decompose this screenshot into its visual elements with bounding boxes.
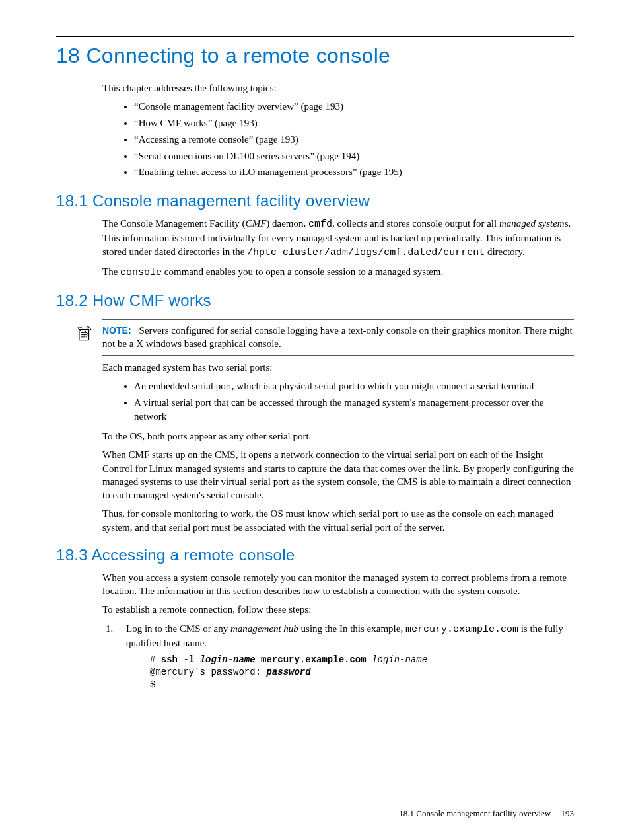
toc-item[interactable]: “How CMF works” (page 193) bbox=[134, 116, 574, 131]
top-rule bbox=[56, 36, 574, 37]
steps-list: Log in to the CMS or any management hub … bbox=[116, 622, 574, 691]
toc-item[interactable]: “Console management facility overview” (… bbox=[134, 100, 574, 114]
section-heading-18-3: 18.3 Accessing a remote console bbox=[56, 546, 574, 564]
note-icon bbox=[76, 324, 102, 342]
toc-item[interactable]: “Serial connections on DL100 series serv… bbox=[134, 149, 574, 164]
page-footer: 18.1 Console management facility overvie… bbox=[399, 808, 574, 819]
note-block: NOTE:Servers configured for serial conso… bbox=[102, 319, 574, 356]
s3-paragraph-2: To establish a remote connection, follow… bbox=[102, 603, 574, 616]
list-item: An embedded serial port, which is a phys… bbox=[134, 379, 574, 394]
intro-text: This chapter addresses the following top… bbox=[102, 81, 574, 95]
note-text: Servers configured for serial console lo… bbox=[102, 325, 573, 349]
toc-list: “Console management facility overview” (… bbox=[134, 100, 574, 180]
s3-paragraph-1: When you access a system console remotel… bbox=[102, 571, 574, 598]
toc-item[interactable]: “Enabling telnet access to iLO managemen… bbox=[134, 165, 574, 180]
note-rule-top bbox=[102, 319, 574, 320]
s2-paragraph-2: To the OS, both ports appear as any othe… bbox=[102, 430, 574, 443]
s1-paragraph-1: The Console Management Facility (CMF) da… bbox=[102, 217, 574, 260]
s2-paragraph-3: When CMF starts up on the CMS, it opens … bbox=[102, 448, 574, 502]
page-number: 193 bbox=[561, 808, 575, 818]
toc-item[interactable]: “Accessing a remote console” (page 193) bbox=[134, 133, 574, 147]
s2-paragraph-4: Thus, for console monitoring to work, th… bbox=[102, 507, 574, 534]
note-label: NOTE: bbox=[102, 325, 131, 336]
list-item: A virtual serial port that can be access… bbox=[134, 396, 574, 425]
s2-bullet-list: An embedded serial port, which is a phys… bbox=[134, 379, 574, 424]
footer-label: 18.1 Console management facility overvie… bbox=[399, 808, 551, 818]
note-rule-bottom bbox=[102, 355, 574, 356]
code-block: # ssh -l login-name mercury.example.com … bbox=[150, 654, 574, 691]
section-heading-18-2: 18.2 How CMF works bbox=[56, 291, 574, 310]
step-1: Log in to the CMS or any management hub … bbox=[116, 622, 574, 691]
chapter-title: 18 Connecting to a remote console bbox=[56, 44, 574, 68]
s1-paragraph-2: The console command enables you to open … bbox=[102, 265, 574, 280]
section-heading-18-1: 18.1 Console management facility overvie… bbox=[56, 192, 574, 210]
s2-paragraph-1: Each managed system has two serial ports… bbox=[102, 361, 574, 374]
